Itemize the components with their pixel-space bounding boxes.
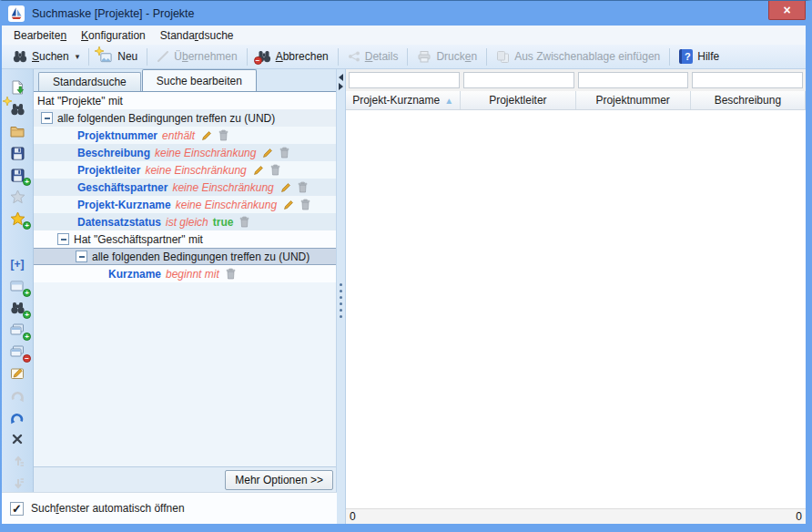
condition-field: Projektnummer	[77, 129, 157, 142]
delete-condition-icon[interactable]	[218, 129, 228, 141]
tree-row-group-und[interactable]: alle folgenden Bedingungen treffen zu (U…	[34, 109, 336, 127]
titlebar: Suchmaske [Projekte] - Projekte ×	[2, 1, 806, 26]
dropdown-arrow-icon[interactable]: ▾	[76, 52, 80, 61]
footer-bar: ✓ Suchfenster automatisch öffnen	[2, 492, 337, 524]
column-header-beschreibung[interactable]: Beschreibung	[691, 91, 806, 109]
suchfenster-checkbox-label[interactable]: Suchfenster automatisch öffnen	[31, 502, 185, 515]
column-header-projektleiter[interactable]: Projektleiter	[461, 91, 575, 109]
plus-badge-icon: +	[23, 221, 31, 230]
tree-row-condition[interactable]: Geschäftspartner keine Einschränkung	[34, 179, 336, 196]
tree-row-group-und-selected[interactable]: alle folgenden Bedingungen treffen zu (U…	[34, 248, 336, 265]
condition-operator: keine Einschränkung	[176, 199, 277, 211]
table-status-bar: 0 0	[346, 508, 806, 524]
result-table-panel: Projekt-Kurzname ▲ Projektleiter Projekt…	[346, 69, 806, 524]
edit-condition-icon[interactable]	[201, 130, 212, 141]
drucken-button[interactable]: Drucken	[411, 46, 483, 66]
move-up-icon[interactable]	[6, 452, 28, 470]
more-options-button[interactable]: Mehr Optionen >>	[225, 470, 333, 490]
column-header-projekt-kurzname[interactable]: Projekt-Kurzname ▲	[346, 91, 461, 109]
print-icon	[417, 50, 431, 63]
add-search-condition-icon[interactable]: +	[6, 299, 28, 317]
filter-input-projektleiter[interactable]	[463, 72, 574, 88]
column-header-projektnummer[interactable]: Projektnummer	[576, 91, 691, 109]
collapse-left-icon[interactable]	[339, 74, 343, 81]
condition-field: Projekt-Kurzname	[77, 199, 171, 211]
save-search-icon[interactable]	[6, 144, 28, 162]
hilfe-button[interactable]: ? Hilfe	[673, 46, 726, 66]
tree-row-condition[interactable]: Projektnummer enthält	[34, 127, 336, 144]
paste-from-clipboard-icon	[496, 50, 510, 64]
undo-icon[interactable]	[6, 408, 28, 426]
app-sailboat-icon	[8, 5, 25, 22]
tree-row-condition[interactable]: Projekt-Kurzname keine Einschränkung	[34, 196, 336, 213]
result-count-right: 0	[796, 510, 802, 523]
delete-condition-icon[interactable]	[239, 216, 249, 228]
plus-badge-icon: +	[23, 289, 31, 297]
open-folder-icon[interactable]	[6, 122, 28, 140]
collapse-right-icon[interactable]	[339, 83, 343, 90]
tab-suche-bearbeiten[interactable]: Suche bearbeiten	[142, 69, 257, 91]
splitter-grip-icon[interactable]	[340, 283, 342, 318]
condition-field: Datensatzstatus	[77, 216, 161, 229]
favorite-icon[interactable]	[6, 188, 28, 206]
delete-condition-icon[interactable]	[298, 181, 308, 193]
paste-from-clipboard-button[interactable]: Aus Zwischenablage einfügen	[490, 46, 666, 66]
tree-row-subsearch[interactable]: Hat "Geschäftspartner" mit	[34, 230, 336, 248]
table-body-empty[interactable]	[346, 110, 806, 508]
filter-input-projekt-kurzname[interactable]	[349, 72, 460, 88]
suchfenster-checkbox[interactable]: ✓	[10, 502, 24, 516]
expand-all-icon[interactable]: [+]	[6, 255, 28, 273]
panel-splitter[interactable]	[337, 69, 346, 524]
condition-field: Projektleiter	[77, 164, 140, 177]
new-search-icon[interactable]	[6, 100, 28, 118]
suchen-button[interactable]: Suchen ▾	[6, 46, 86, 66]
uebernehmen-button[interactable]: Übernehmen	[150, 46, 243, 66]
menu-konfiguration[interactable]: Konfiguration	[74, 27, 153, 44]
add-favorite-icon[interactable]: +	[6, 210, 28, 228]
remove-condition-icon[interactable]: −	[6, 343, 28, 361]
menubar: Bearbeiten Konfiguration Standardsuche	[2, 26, 806, 45]
edit-condition-icon[interactable]	[280, 182, 291, 193]
filter-input-projektnummer[interactable]	[578, 72, 689, 88]
edit-condition-icon[interactable]	[6, 364, 28, 383]
menu-bearbeiten[interactable]: Bearbeiten	[6, 27, 74, 44]
tree-row-condition[interactable]: Kurzname beginnt mit	[34, 265, 336, 282]
condition-operator: keine Einschränkung	[172, 181, 273, 194]
add-window-condition-icon[interactable]: +	[6, 277, 28, 295]
plus-badge-icon: +	[23, 332, 31, 341]
add-subcondition-icon[interactable]: +	[6, 321, 28, 339]
move-down-icon[interactable]	[6, 474, 28, 492]
delete-condition-icon[interactable]	[226, 268, 236, 280]
toolbar-separator	[407, 48, 408, 66]
condition-value: true	[213, 216, 234, 229]
delete-condition-icon[interactable]	[270, 164, 280, 176]
condition-tree: Hat "Projekte" mit alle folgenden Beding…	[34, 91, 336, 466]
tree-row-root[interactable]: Hat "Projekte" mit	[34, 92, 336, 109]
collapse-toggle-icon[interactable]	[76, 251, 87, 262]
edit-condition-icon[interactable]	[283, 200, 294, 210]
close-button[interactable]: ×	[768, 1, 806, 20]
collapse-toggle-icon[interactable]	[57, 233, 69, 245]
menu-standardsuche[interactable]: Standardsuche	[153, 27, 241, 44]
delete-condition-icon[interactable]	[279, 147, 289, 159]
delete-condition-icon[interactable]	[300, 199, 310, 210]
tree-row-text: Hat "Projekte" mit	[37, 95, 123, 107]
tree-row-condition[interactable]: Beschreibung keine Einschränkung	[34, 144, 336, 161]
tree-row-text: alle folgenden Bedingungen treffen zu (U…	[92, 251, 310, 263]
condition-operator: keine Einschränkung	[145, 164, 246, 177]
delete-icon[interactable]	[6, 430, 28, 448]
filter-row	[346, 69, 806, 91]
redo-icon[interactable]	[6, 386, 28, 404]
filter-input-beschreibung[interactable]	[692, 72, 803, 88]
neu-button[interactable]: Neu	[92, 46, 144, 66]
collapse-toggle-icon[interactable]	[41, 112, 53, 124]
load-search-icon[interactable]	[6, 78, 28, 97]
edit-condition-icon[interactable]	[253, 165, 264, 176]
edit-condition-icon[interactable]	[262, 148, 273, 159]
tree-row-condition[interactable]: Projektleiter keine Einschränkung	[34, 161, 336, 179]
details-button[interactable]: Details	[341, 46, 405, 66]
abbrechen-button[interactable]: − Abbrechen	[250, 46, 335, 66]
save-search-as-icon[interactable]: +	[6, 166, 28, 184]
tree-row-condition[interactable]: Datensatzstatus ist gleich true	[34, 213, 336, 230]
tab-standardsuche[interactable]: Standardsuche	[38, 72, 141, 91]
